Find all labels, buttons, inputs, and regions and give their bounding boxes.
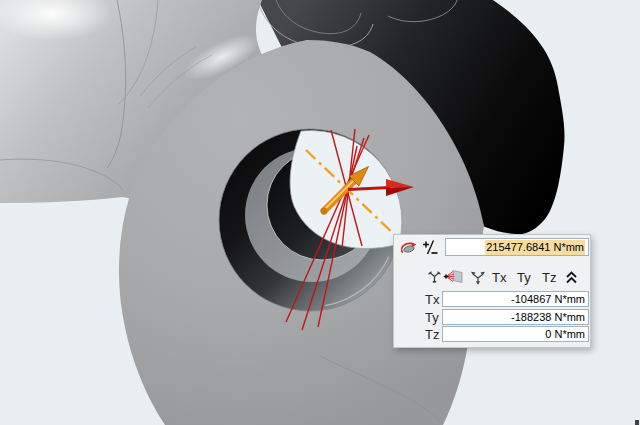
- vector-dialog-icon[interactable]: [443, 268, 464, 285]
- tz-input[interactable]: 0 N*mm: [442, 326, 589, 342]
- axis-toggle-tz[interactable]: Tz: [542, 270, 556, 285]
- selected-value-text: 215477.6841 N*mm: [485, 240, 585, 255]
- row-label-ty: Ty: [425, 310, 439, 326]
- axis-toggle-ty[interactable]: Ty: [517, 270, 531, 285]
- tz-value: 0 N*mm: [545, 328, 585, 341]
- tx-input[interactable]: -104867 N*mm: [442, 291, 589, 307]
- moment-icon: [401, 241, 418, 256]
- viewport-3d[interactable]: [0, 0, 640, 425]
- torque-magnitude-input[interactable]: 215477.6841 N*mm: [445, 238, 589, 256]
- axis-toggle-tx[interactable]: Tx: [492, 270, 506, 285]
- plus-minus-icon[interactable]: [422, 240, 439, 255]
- row-label-tz: Tz: [425, 327, 439, 343]
- inferred-vector-icon[interactable]: [427, 269, 442, 284]
- torque-input-panel: 215477.6841 N*mm: [393, 234, 591, 348]
- ty-input[interactable]: -188238 N*mm: [442, 309, 589, 325]
- csys-triad-icon[interactable]: [470, 269, 486, 285]
- counterbore-hole[interactable]: [219, 129, 402, 311]
- ty-value: -188238 N*mm: [511, 311, 585, 324]
- tx-value: -104867 N*mm: [511, 293, 585, 306]
- collapse-icon[interactable]: [564, 269, 579, 284]
- cad-viewport-window: 215477.6841 N*mm: [0, 0, 640, 425]
- corner-artifact: [635, 420, 639, 425]
- row-label-tx: Tx: [425, 292, 439, 308]
